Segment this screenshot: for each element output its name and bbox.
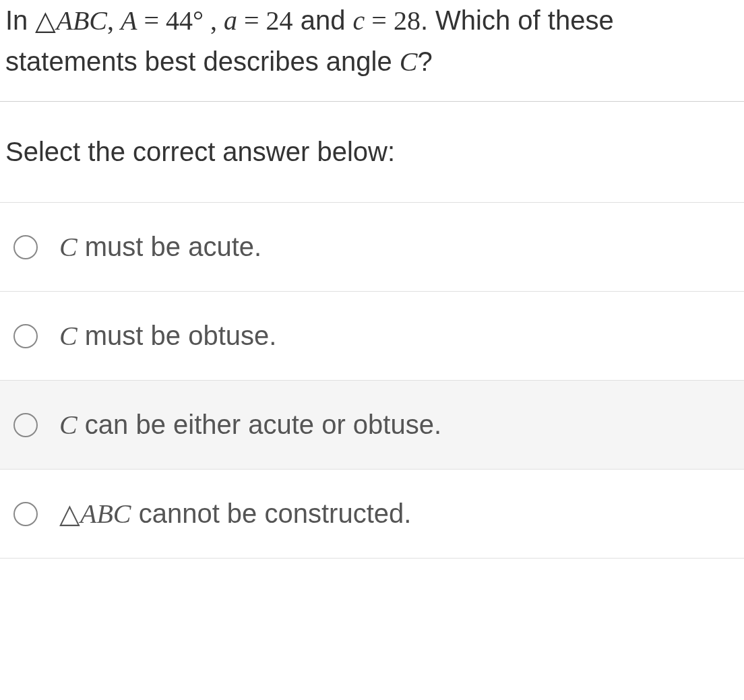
triangle-name: ABC	[80, 499, 131, 529]
triangle-name: ABC	[56, 5, 107, 36]
eq2: =	[237, 5, 266, 36]
sep1: ,	[107, 5, 121, 36]
answer-label: cannot be constructed.	[131, 499, 412, 528]
answer-label: must be acute.	[78, 232, 261, 261]
val-a: 24	[266, 5, 293, 36]
answer-text: C can be either acute or obtuse.	[59, 409, 441, 441]
triangle-symbol: △	[35, 5, 56, 36]
var-C: C	[400, 46, 418, 77]
eq3: =	[365, 5, 394, 36]
eq1: =	[137, 5, 166, 36]
prompt-section: Select the correct answer below:	[0, 102, 744, 203]
val-c: 28	[394, 5, 421, 36]
answer-option-4[interactable]: △ABC cannot be constructed.	[0, 470, 744, 559]
answer-option-2[interactable]: C must be obtuse.	[0, 292, 744, 381]
answer-label: must be obtuse.	[78, 321, 277, 350]
question-section: In △ABC, A = 44° , a = 24 and c = 28. Wh…	[0, 0, 744, 102]
answer-text: △ABC cannot be constructed.	[59, 498, 411, 530]
question-prefix: In	[5, 5, 35, 35]
sep2: ,	[204, 5, 224, 36]
prompt-text: Select the correct answer below:	[5, 137, 739, 167]
radio-icon	[13, 502, 38, 526]
answer-var: C	[59, 410, 78, 440]
var-c: c	[353, 5, 365, 36]
question-text: In △ABC, A = 44° , a = 24 and c = 28. Wh…	[5, 0, 739, 82]
qmark: ?	[417, 46, 432, 76]
var-a: a	[224, 5, 237, 36]
answer-option-3[interactable]: C can be either acute or obtuse.	[0, 381, 744, 470]
radio-icon	[13, 235, 38, 259]
radio-icon	[13, 324, 38, 348]
var-A: A	[121, 5, 137, 36]
answer-text: C must be acute.	[59, 231, 261, 263]
triangle-symbol: △	[59, 499, 80, 529]
radio-icon	[13, 413, 38, 437]
answer-text: C must be obtuse.	[59, 320, 276, 352]
answer-var: C	[59, 232, 78, 262]
val-A: 44°	[166, 5, 204, 36]
answer-label: can be either acute or obtuse.	[78, 410, 441, 439]
answer-option-1[interactable]: C must be acute.	[0, 203, 744, 292]
and: and	[293, 5, 353, 35]
answer-var: C	[59, 321, 78, 351]
